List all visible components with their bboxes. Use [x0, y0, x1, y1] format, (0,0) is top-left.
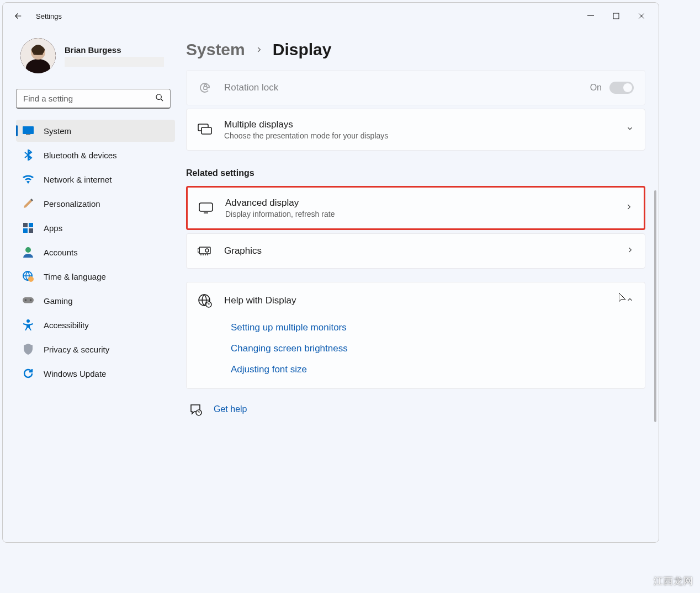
sidebar-item-accessibility[interactable]: Accessibility — [16, 314, 175, 336]
svg-rect-0 — [587, 15, 594, 16]
card-title: Rotation lock — [224, 82, 578, 93]
svg-rect-1 — [613, 13, 619, 19]
scrollbar[interactable] — [653, 36, 657, 422]
svg-rect-17 — [23, 297, 34, 303]
rotation-lock-card: Rotation lock On — [186, 70, 645, 105]
svg-rect-10 — [23, 223, 28, 227]
card-subtitle: Display information, refresh rate — [225, 210, 613, 218]
sidebar-item-label: Network & internet — [44, 175, 112, 184]
svg-point-18 — [25, 299, 27, 301]
sidebar-item-label: Bluetooth & devices — [44, 151, 117, 160]
bluetooth-icon — [23, 149, 34, 161]
sidebar-item-system[interactable]: System — [16, 120, 175, 142]
sidebar-item-windows-update[interactable]: Windows Update — [16, 362, 175, 384]
rotation-lock-toggle[interactable] — [609, 82, 634, 94]
sidebar-item-gaming[interactable]: Gaming — [16, 290, 175, 312]
svg-point-27 — [205, 249, 209, 252]
close-button[interactable] — [629, 7, 654, 25]
titlebar: Settings — [3, 3, 659, 29]
sidebar-item-label: Apps — [44, 223, 62, 233]
breadcrumb: System Display — [186, 40, 645, 59]
svg-rect-13 — [29, 228, 33, 233]
multiple-displays-card[interactable]: Multiple displays Choose the presentatio… — [186, 109, 645, 151]
sidebar-item-label: Accounts — [44, 248, 78, 257]
svg-point-16 — [28, 276, 34, 282]
sidebar-item-label: Gaming — [44, 296, 73, 306]
profile-email-redacted — [65, 57, 164, 67]
breadcrumb-current: Display — [273, 40, 332, 59]
svg-rect-24 — [199, 203, 213, 211]
globe-help-icon — [198, 293, 212, 308]
card-subtitle: Choose the presentation mode for your di… — [224, 131, 614, 140]
person-icon — [23, 247, 34, 258]
chevron-right-icon — [626, 246, 634, 256]
brush-icon — [23, 198, 34, 209]
advanced-display-card[interactable]: Advanced display Display information, re… — [186, 186, 645, 230]
help-link-font-size[interactable]: Adjusting font size — [231, 364, 634, 375]
sidebar-item-network[interactable]: Network & internet — [16, 168, 175, 190]
minimize-button[interactable] — [578, 7, 603, 25]
scrollbar-thumb[interactable] — [654, 190, 656, 422]
svg-point-19 — [30, 299, 32, 301]
help-link-brightness[interactable]: Changing screen brightness — [231, 343, 634, 354]
wifi-icon — [23, 174, 34, 185]
sidebar-item-label: Personalization — [44, 199, 100, 209]
svg-point-20 — [26, 319, 30, 323]
sidebar-item-label: System — [44, 126, 71, 136]
update-icon — [23, 368, 34, 379]
shield-icon — [23, 344, 34, 355]
window-controls — [578, 7, 654, 25]
chevron-right-icon — [625, 203, 633, 213]
graphics-card[interactable]: Graphics — [186, 233, 645, 269]
back-button[interactable] — [7, 5, 29, 27]
card-title: Help with Display — [224, 295, 614, 306]
svg-rect-9 — [26, 134, 30, 135]
main-content: System Display Rotation lock On — [177, 29, 659, 542]
sidebar-item-label: Privacy & security — [44, 345, 109, 354]
profile-name: Brian Burgess — [65, 45, 164, 55]
sidebar-item-bluetooth[interactable]: Bluetooth & devices — [16, 144, 175, 166]
search-box[interactable] — [16, 89, 171, 109]
help-link-multiple-monitors[interactable]: Setting up multiple monitors — [231, 322, 634, 333]
profile[interactable]: Brian Burgess — [20, 38, 175, 73]
chevron-right-icon — [255, 44, 263, 56]
search-input[interactable] — [16, 89, 171, 109]
app-title: Settings — [36, 12, 62, 20]
sidebar-item-label: Windows Update — [44, 369, 106, 378]
sidebar-item-accounts[interactable]: Accounts — [16, 241, 175, 263]
get-help-row[interactable]: Get help — [186, 402, 645, 416]
card-title: Multiple displays — [224, 119, 614, 130]
sidebar-item-apps[interactable]: Apps — [16, 217, 175, 239]
minimize-icon — [587, 13, 594, 19]
maximize-button[interactable] — [603, 7, 629, 25]
display-icon — [199, 201, 213, 215]
sidebar-item-privacy[interactable]: Privacy & security — [16, 338, 175, 360]
sidebar-item-personalization[interactable]: Personalization — [16, 193, 175, 215]
maximize-icon — [613, 13, 619, 19]
watermark: 江西龙网 — [654, 575, 693, 587]
sidebar: Brian Burgess System Bluetooth & devices — [3, 29, 177, 542]
sidebar-item-label: Accessibility — [44, 320, 89, 330]
help-card-header[interactable]: Help with Display — [187, 282, 645, 319]
related-settings-heading: Related settings — [186, 168, 645, 178]
help-links: Setting up multiple monitors Changing sc… — [187, 319, 645, 388]
rotation-lock-icon — [198, 81, 212, 95]
avatar — [20, 38, 56, 73]
svg-rect-23 — [201, 127, 211, 134]
chat-help-icon — [188, 402, 203, 416]
get-help-link[interactable]: Get help — [214, 404, 247, 414]
globe-clock-icon — [23, 271, 34, 282]
sidebar-item-label: Time & language — [44, 272, 106, 281]
svg-rect-8 — [23, 126, 34, 134]
back-arrow-icon — [13, 11, 23, 21]
multiple-displays-icon — [198, 122, 212, 137]
svg-rect-21 — [204, 87, 207, 89]
nav: System Bluetooth & devices Network & int… — [16, 120, 175, 384]
breadcrumb-parent[interactable]: System — [186, 40, 245, 59]
svg-rect-11 — [29, 223, 33, 227]
toggle-state-label: On — [590, 83, 602, 93]
system-icon — [23, 125, 34, 136]
close-icon — [638, 13, 645, 19]
card-title: Advanced display — [225, 197, 613, 209]
sidebar-item-time-language[interactable]: Time & language — [16, 265, 175, 287]
